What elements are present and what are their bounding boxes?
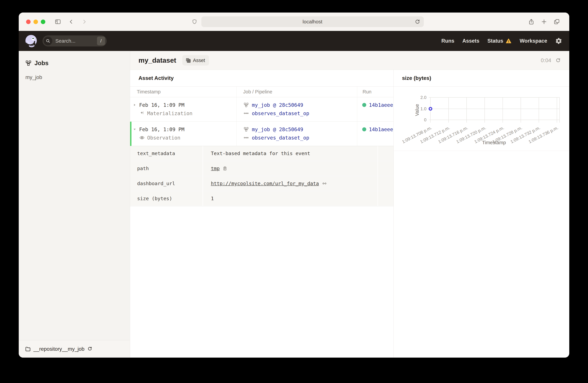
chart-gridlines — [429, 98, 560, 123]
back-icon[interactable] — [68, 19, 74, 24]
y-tick: 1.0 — [420, 106, 426, 111]
metadata-actions — [378, 146, 394, 161]
event-type: Observation — [147, 135, 180, 141]
x-tick: 1:09:13.712 p.m. — [419, 125, 451, 144]
browser-toolbar: localhost — [19, 13, 569, 31]
asset-badge-label: Asset — [193, 58, 205, 63]
x-tick: 1:09:13.708 p.m. — [401, 125, 432, 144]
observation-eye-icon — [139, 135, 145, 140]
app-header: / Runs Assets Status Workspace — [19, 31, 569, 51]
metadata-key: text_metadata — [130, 146, 203, 161]
sidebar-footer: __repository__my_job — [19, 340, 130, 358]
repository-name: __repository__my_job — [33, 346, 84, 352]
global-search[interactable]: / — [42, 35, 107, 46]
op-link[interactable]: observes_dataset_op — [252, 135, 309, 141]
close-window-button[interactable] — [26, 20, 31, 24]
settings-gear-icon[interactable] — [555, 38, 562, 44]
metadata-actions — [378, 161, 394, 176]
event-type: Materialization — [147, 110, 192, 116]
copy-path-icon[interactable] — [223, 166, 227, 171]
path-link[interactable]: tmp — [211, 166, 220, 171]
asset-activity-panel: Asset Activity Timestamp Job / Pipeline … — [130, 70, 394, 358]
table-row-observation: Feb 16, 1:09 PM Observation — [130, 122, 394, 146]
job-graph-icon — [243, 102, 249, 107]
top-nav: Runs Assets Status Workspace — [441, 38, 547, 44]
search-input[interactable] — [55, 38, 97, 44]
nav-assets[interactable]: Assets — [462, 38, 480, 44]
x-tick: 1:09:13.736 p.m. — [528, 125, 559, 144]
activity-table-header: Timestamp Job / Pipeline Run — [130, 87, 394, 97]
external-link-icon[interactable] — [322, 181, 327, 186]
sidebar: Jobs my_job __repository__my_job — [19, 51, 130, 358]
sidebar-jobs-header: Jobs — [19, 51, 130, 67]
share-icon[interactable] — [528, 19, 534, 25]
nav-workspace[interactable]: Workspace — [520, 38, 547, 44]
metadata-key: size (bytes) — [130, 191, 203, 206]
sidebar-toggle-icon[interactable] — [55, 19, 61, 25]
data-point[interactable] — [429, 107, 432, 110]
window-controls — [26, 20, 45, 24]
run-status-dot — [362, 103, 366, 107]
table-row-materialization: Feb 16, 1:09 PM Materialization — [130, 97, 394, 122]
browser-window: localhost — [19, 13, 569, 358]
col-timestamp: Timestamp — [130, 87, 236, 97]
refresh-asset-icon[interactable] — [555, 58, 561, 63]
expand-caret-icon[interactable] — [132, 103, 137, 107]
metadata-value: 1 — [203, 191, 378, 206]
forward-icon[interactable] — [82, 19, 87, 24]
x-tick: 1:09:13.716 p.m. — [437, 125, 469, 144]
metadata-value: Text-based metadata for this event — [203, 146, 378, 161]
run-link[interactable]: 14b1aeee — [369, 102, 393, 108]
nav-runs[interactable]: Runs — [441, 38, 454, 44]
collapse-caret-icon[interactable] — [132, 127, 137, 131]
asset-badge: Asset — [182, 55, 209, 65]
asset-title-row: my_dataset Asset 0:04 — [130, 51, 569, 70]
refresh-timer: 0:04 — [541, 57, 551, 63]
warning-icon — [505, 38, 512, 44]
event-timestamp: Feb 16, 1:09 PM — [139, 102, 185, 108]
col-job-pipeline: Job / Pipeline — [236, 87, 357, 97]
privacy-shield-icon[interactable] — [192, 19, 197, 24]
size-bytes-chart: 2.0 1.0 0 Value 1:09:13.708 p.m. 1:09:13… — [394, 87, 569, 151]
metadata-key: path — [130, 161, 203, 176]
metadata-plots-panel: size (bytes) 2.0 1.0 — [394, 70, 569, 358]
chart-title: size (bytes) — [394, 70, 569, 87]
page-title: my_dataset — [138, 57, 176, 64]
op-icon — [243, 135, 249, 140]
asset-activity-title: Asset Activity — [130, 70, 394, 87]
metadata-actions — [378, 191, 394, 206]
x-axis-label: Timestamp — [482, 140, 506, 145]
minimize-window-button[interactable] — [33, 20, 38, 24]
folder-icon — [25, 346, 31, 352]
zoom-window-button[interactable] — [41, 20, 45, 24]
job-link[interactable]: my_job @ 28c50649 — [252, 102, 303, 108]
y-tick: 0 — [424, 117, 426, 122]
address-bar[interactable]: localhost — [201, 16, 424, 27]
op-link[interactable]: observes_dataset_op — [252, 110, 309, 116]
reload-repository-icon[interactable] — [87, 346, 92, 352]
dagster-logo[interactable] — [24, 34, 38, 48]
x-tick: 1:09:13.732 p.m. — [510, 125, 541, 144]
search-shortcut-key: / — [97, 37, 105, 45]
dashboard-url-link[interactable]: http://mycoolsite.com/url_for_my_data — [211, 181, 319, 186]
run-status-dot — [362, 127, 366, 131]
run-link[interactable]: 14b1aeee — [369, 126, 393, 132]
materialization-icon — [139, 111, 145, 116]
sidebar-title: Jobs — [34, 60, 48, 67]
event-metadata-table: text_metadata Text-based metadata for th… — [130, 146, 394, 206]
job-graph-icon — [243, 127, 249, 132]
nav-status[interactable]: Status — [487, 38, 512, 44]
y-tick: 2.0 — [420, 95, 426, 100]
jobs-graph-icon — [25, 60, 31, 66]
event-timestamp: Feb 16, 1:09 PM — [139, 126, 185, 132]
y-axis-label: Value — [414, 104, 420, 116]
col-run: Run — [357, 87, 394, 97]
metadata-key: dashboard_url — [130, 176, 203, 191]
new-tab-icon[interactable] — [541, 19, 547, 25]
reload-page-icon[interactable] — [414, 19, 420, 25]
sidebar-item-my-job[interactable]: my_job — [25, 74, 130, 80]
tab-overview-icon[interactable] — [554, 19, 560, 25]
asset-table-icon — [185, 58, 191, 63]
job-link[interactable]: my_job @ 28c50649 — [252, 126, 303, 132]
op-icon — [243, 111, 249, 116]
